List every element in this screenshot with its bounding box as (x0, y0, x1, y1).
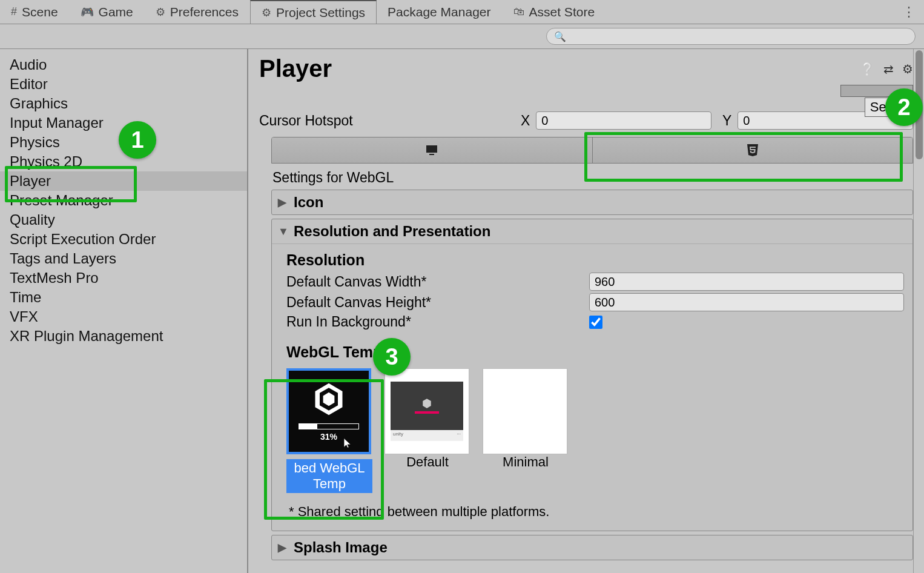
monitor-icon (424, 143, 439, 157)
canvas-width-input[interactable] (589, 273, 904, 291)
splash-foldout: ▶ Splash Image (271, 535, 913, 560)
sidebar-item-input-manager[interactable]: Input Manager (0, 113, 247, 133)
page-title: Player (259, 55, 860, 82)
template-minimal[interactable]: Minimal (483, 368, 569, 493)
sidebar-item-script-execution-order[interactable]: Script Execution Order (0, 230, 247, 249)
progress-text: 31% (320, 432, 337, 442)
settings-for-label: Settings for WebGL (259, 164, 913, 190)
template-default-thumb: unity··· (384, 368, 469, 454)
unity-logo-icon (421, 398, 433, 409)
template-minimal-label: Minimal (503, 454, 549, 469)
search-row: 🔍 (0, 24, 924, 49)
vertical-scrollbar[interactable] (913, 49, 924, 573)
gamepad-icon: 🎮 (81, 5, 94, 19)
progress-bar (299, 423, 359, 429)
triangle-right-icon: ▶ (278, 196, 289, 209)
x-label: X (521, 113, 530, 129)
template-grid: 31% bed WebGL Temp (286, 368, 904, 493)
settings-sidebar: AudioEditorGraphicsInput ManagerPhysicsP… (0, 49, 248, 573)
triangle-right-icon: ▶ (278, 541, 289, 554)
template-custom[interactable]: 31% bed WebGL Temp (286, 368, 372, 493)
platform-tab-standalone[interactable] (272, 137, 593, 163)
settings-content: Player ❔ ⇄ ⚙ Select Cursor Hotspot X (248, 49, 924, 573)
sidebar-item-textmesh-pro[interactable]: TextMesh Pro (0, 268, 247, 288)
settings-gear-icon[interactable]: ⚙ (902, 62, 913, 76)
gear-icon: ⚙ (262, 6, 271, 19)
sidebar-item-vfx[interactable]: VFX (0, 307, 247, 326)
tab-overflow-menu[interactable]: ⋮ (894, 4, 924, 20)
template-minimal-thumb (483, 368, 567, 454)
presets-icon[interactable]: ⇄ (883, 62, 894, 76)
canvas-width-label: Default Canvas Width* (286, 274, 589, 290)
top-tab-bar: #Scene 🎮Game ⚙Preferences ⚙Project Setti… (0, 0, 924, 24)
sidebar-item-physics[interactable]: Physics (0, 133, 247, 152)
texture-slot[interactable]: Select (840, 85, 913, 97)
help-icon[interactable]: ❔ (860, 62, 875, 76)
sidebar-item-quality[interactable]: Quality (0, 210, 247, 230)
sidebar-item-tags-and-layers[interactable]: Tags and Layers (0, 249, 247, 268)
sidebar-item-time[interactable]: Time (0, 288, 247, 307)
cursor-icon (342, 436, 353, 449)
grid-icon: # (11, 5, 17, 18)
search-box[interactable]: 🔍 (546, 28, 916, 45)
sidebar-item-graphics[interactable]: Graphics (0, 94, 247, 113)
run-in-background-checkbox[interactable] (589, 316, 602, 329)
sidebar-item-editor[interactable]: Editor (0, 75, 247, 94)
tab-scene[interactable]: #Scene (0, 0, 70, 24)
triangle-down-icon: ▼ (278, 225, 289, 238)
cursor-hotspot-label: Cursor Hotspot (259, 113, 513, 129)
html5-icon (745, 143, 760, 157)
gear-icon: ⚙ (156, 5, 165, 19)
unity-logo-icon (308, 381, 350, 417)
template-default-label: Default (406, 454, 449, 469)
tab-preferences[interactable]: ⚙Preferences (145, 0, 250, 24)
webgl-template-heading: WebGL Template (286, 343, 904, 361)
shared-setting-footnote: * Shared setting between multiple platfo… (289, 504, 904, 520)
resolution-heading: Resolution (286, 251, 904, 269)
tab-package-manager[interactable]: Package Manager (377, 0, 502, 24)
run-in-background-label: Run In Background* (286, 314, 589, 330)
resolution-foldout: ▼ Resolution and Presentation Resolution… (271, 219, 913, 531)
template-default[interactable]: unity··· Default (384, 368, 470, 493)
platform-tab-webgl[interactable] (593, 137, 913, 163)
cursor-x-input[interactable] (536, 111, 711, 130)
splash-foldout-header[interactable]: ▶ Splash Image (272, 535, 912, 560)
icon-foldout: ▶ Icon (271, 190, 913, 215)
sidebar-item-player[interactable]: Player (0, 171, 247, 191)
select-texture-button[interactable]: Select (865, 98, 912, 117)
icon-foldout-header[interactable]: ▶ Icon (272, 190, 912, 214)
resolution-foldout-header[interactable]: ▼ Resolution and Presentation (272, 219, 912, 243)
sidebar-item-xr-plugin-management[interactable]: XR Plugin Management (0, 326, 247, 346)
y-label: Y (722, 113, 731, 129)
sidebar-item-audio[interactable]: Audio (0, 55, 247, 75)
sidebar-item-physics-2d[interactable]: Physics 2D (0, 152, 247, 171)
canvas-height-label: Default Canvas Height* (286, 294, 589, 311)
canvas-height-input[interactable] (589, 293, 904, 311)
template-custom-thumb: 31% (286, 368, 371, 454)
sidebar-item-preset-manager[interactable]: Preset Manager (0, 191, 247, 210)
tab-project-settings[interactable]: ⚙Project Settings (250, 0, 377, 24)
search-icon: 🔍 (554, 31, 566, 42)
tab-game[interactable]: 🎮Game (70, 0, 145, 24)
platform-tabs (271, 137, 913, 164)
search-input[interactable] (571, 31, 908, 41)
template-custom-label: bed WebGL Temp (286, 459, 372, 493)
bag-icon: 🛍 (513, 5, 524, 18)
tab-asset-store[interactable]: 🛍Asset Store (503, 0, 607, 24)
